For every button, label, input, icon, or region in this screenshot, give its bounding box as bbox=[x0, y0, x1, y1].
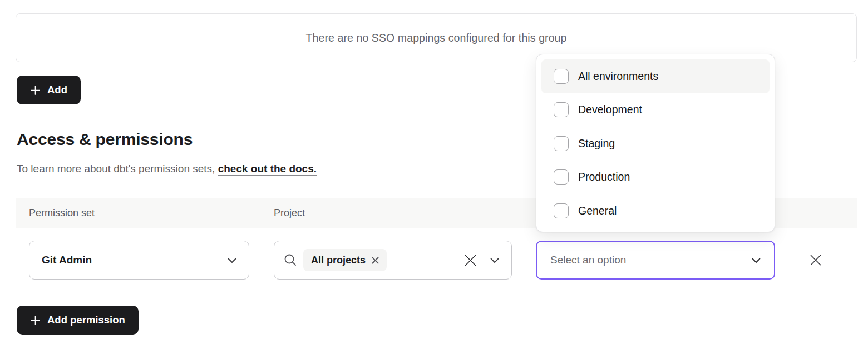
chevron-down-icon bbox=[490, 254, 499, 266]
dropdown-item-label: Staging bbox=[578, 137, 615, 150]
section-subtitle: To learn more about dbt's permission set… bbox=[17, 163, 317, 175]
permission-set-select[interactable]: Git Admin bbox=[29, 241, 249, 280]
dropdown-item-general[interactable]: General bbox=[541, 194, 770, 228]
project-chip: All projects bbox=[303, 249, 387, 271]
permission-set-value: Git Admin bbox=[42, 254, 92, 266]
dropdown-item-development[interactable]: Development bbox=[541, 93, 770, 127]
dropdown-item-production[interactable]: Production bbox=[541, 161, 770, 195]
dropdown-item-label: General bbox=[578, 205, 617, 217]
environment-select[interactable]: Select an option bbox=[536, 241, 775, 280]
project-select[interactable]: All projects bbox=[274, 241, 512, 280]
search-icon bbox=[283, 253, 298, 267]
page-title: Access & permissions bbox=[17, 130, 193, 149]
column-header-permission-set: Permission set bbox=[29, 207, 95, 219]
x-icon bbox=[810, 254, 822, 268]
dropdown-item-label: Production bbox=[578, 171, 630, 183]
chip-remove-x-icon[interactable] bbox=[372, 257, 379, 264]
group-settings-page: There are no SSO mappings configured for… bbox=[0, 0, 868, 349]
checkbox-unchecked[interactable] bbox=[554, 169, 569, 185]
subtitle-text: To learn more about dbt's permission set… bbox=[17, 163, 218, 174]
dropdown-item-all-environments[interactable]: All environments bbox=[541, 59, 770, 93]
add-permission-button-label: Add permission bbox=[47, 314, 125, 326]
docs-link[interactable]: check out the docs. bbox=[218, 163, 317, 174]
checkbox-unchecked[interactable] bbox=[554, 69, 569, 84]
checkbox-unchecked[interactable] bbox=[554, 203, 569, 218]
clear-selection-x-icon[interactable] bbox=[464, 254, 477, 267]
dropdown-item-staging[interactable]: Staging bbox=[541, 127, 770, 161]
add-button-label: Add bbox=[47, 84, 67, 96]
plus-icon bbox=[30, 85, 41, 96]
sso-empty-message: There are no SSO mappings configured for… bbox=[305, 32, 566, 44]
project-chip-label: All projects bbox=[311, 255, 366, 266]
add-permission-button[interactable]: Add permission bbox=[17, 306, 139, 335]
environment-dropdown-menu: All environments Development Staging Pro… bbox=[536, 54, 775, 232]
dropdown-item-label: Development bbox=[578, 103, 642, 116]
plus-icon bbox=[30, 315, 41, 326]
checkbox-unchecked[interactable] bbox=[554, 102, 569, 117]
table-row-divider bbox=[16, 293, 857, 293]
environment-select-placeholder: Select an option bbox=[550, 254, 626, 266]
column-header-project: Project bbox=[274, 207, 305, 219]
delete-permission-row-button[interactable] bbox=[808, 253, 823, 268]
chevron-down-icon bbox=[228, 254, 236, 266]
chevron-down-icon bbox=[752, 254, 761, 266]
dropdown-item-label: All environments bbox=[578, 70, 658, 83]
checkbox-unchecked[interactable] bbox=[554, 136, 569, 151]
add-sso-mapping-button[interactable]: Add bbox=[17, 76, 81, 104]
